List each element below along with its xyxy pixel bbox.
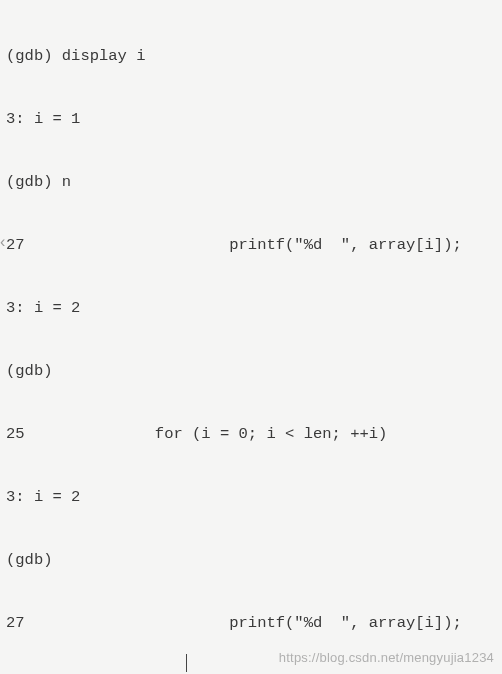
text-cursor-icon bbox=[186, 654, 187, 672]
terminal-line: 27 printf("%d ", array[i]); bbox=[6, 613, 496, 634]
gdb-terminal-output: (gdb) display i 3: i = 1 (gdb) n 27 prin… bbox=[0, 0, 502, 674]
terminal-line: (gdb) bbox=[6, 361, 496, 382]
terminal-line: 3: i = 2 bbox=[6, 298, 496, 319]
back-arrow-icon: ‹ bbox=[0, 231, 5, 252]
terminal-line: 27 printf("%d ", array[i]); bbox=[6, 235, 496, 256]
terminal-line: 3: i = 1 bbox=[6, 109, 496, 130]
terminal-line: (gdb) bbox=[6, 550, 496, 571]
terminal-line: (gdb) n bbox=[6, 172, 496, 193]
terminal-line: 25 for (i = 0; i < len; ++i) bbox=[6, 424, 496, 445]
csdn-watermark: https://blog.csdn.net/mengyujia1234 bbox=[279, 647, 494, 668]
terminal-line: 3: i = 2 bbox=[6, 487, 496, 508]
terminal-line: (gdb) display i bbox=[6, 46, 496, 67]
